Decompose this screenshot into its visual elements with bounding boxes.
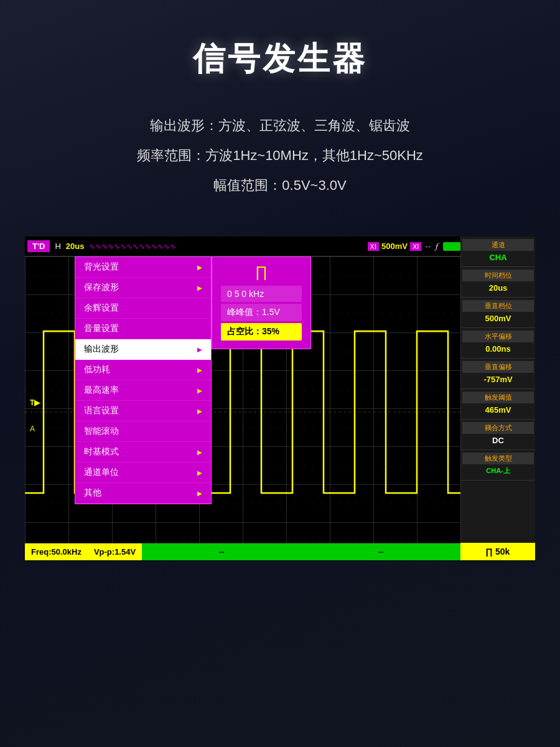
freq-display: Freq:50.0kHz (25, 543, 88, 560)
right-panel: 通道 CHA 时间档位 20us 垂直档位 500mV 水平偏移 0.00ns … (460, 237, 535, 560)
param-timebase: 时间档位 20us (461, 267, 535, 298)
menu-item-label: 通道单位 (84, 467, 119, 478)
menu-item-low-power[interactable]: 低功耗 ▶ (75, 360, 211, 380)
param-horiz-offset: 水平偏移 0.00ns (461, 328, 535, 359)
submenu: ∏ 0 5 0 kHz 峰峰值：1.5V 占空比：35% (212, 256, 311, 349)
menu-item-language[interactable]: 语言设置 ▶ (75, 401, 211, 421)
xi-label: XI (368, 242, 379, 251)
submenu-freq: 0 5 0 kHz (221, 286, 302, 302)
vert-label: 垂直档位 (462, 300, 534, 312)
menu-item-persistence[interactable]: 余辉设置 (75, 298, 211, 319)
time-value: 20us (489, 281, 508, 294)
menu-item-label: 背光设置 (84, 261, 119, 273)
menu-item-label: 最高速率 (84, 385, 119, 396)
param-trigger: 触发阈值 465mV (461, 389, 535, 420)
h-label: H (55, 242, 60, 251)
oscilloscope-bottombar: Freq:50.0kHz Vp-p:1.54V -- -- (25, 543, 460, 560)
vpp-display: Vp-p:1.54V (88, 543, 142, 560)
vert-offset-value: -757mV (483, 373, 512, 386)
timebase-label: 20us (66, 242, 85, 251)
dash2-display: -- (301, 543, 460, 560)
battery-icon (443, 242, 460, 251)
submenu-wave-icon: ∏ (221, 263, 302, 281)
param-coupling: 耦合方式 DC (461, 420, 535, 450)
param-vert-offset: 垂直偏移 -757mV (461, 359, 535, 389)
menu-item-label: 保存波形 (84, 282, 119, 293)
desc-line2: 频率范围：方波1Hz~10MHz，其他1Hz~50KHz (0, 142, 560, 169)
menu-item-label: 语言设置 (84, 405, 119, 416)
channel-value: CHA (489, 251, 506, 264)
xi2-label: XI (410, 242, 421, 251)
menu-item-backlight[interactable]: 背光设置 ▶ (75, 257, 211, 278)
desc-line1: 输出波形：方波、正弦波、三角波、锯齿波 (0, 112, 560, 139)
desc-line3: 幅值范围：0.5V~3.0V (0, 172, 560, 199)
wave-icon: ∿∿∿∿∿∿∿∿∿∿∿∿∿∿ (89, 242, 363, 251)
dash1-display: -- (142, 543, 301, 560)
oscilloscope-topbar: T'D H 20us ∿∿∿∿∿∿∿∿∿∿∿∿∿∿ XI 500mV XI --… (25, 237, 460, 256)
page-title: 信号发生器 (0, 37, 560, 81)
horiz-offset-value: 0.00ns (485, 342, 510, 355)
menu-arrow: ▶ (197, 408, 202, 415)
menu-arrow: ▶ (197, 490, 202, 497)
trig-type-value: CHA-上 (486, 464, 510, 477)
a-marker: A (30, 425, 35, 433)
coupling-value: DC (492, 434, 504, 447)
oscilloscope: T'D H 20us ∿∿∿∿∿∿∿∿∿∿∿∿∿∿ XI 500mV XI --… (25, 237, 535, 560)
wave-area: T'D H 20us ∿∿∿∿∿∿∿∿∿∿∿∿∿∿ XI 500mV XI --… (25, 237, 460, 560)
menu-arrow: ▶ (197, 387, 202, 394)
menu-item-label: 其他 (84, 487, 101, 499)
bottom-right-icon: ∏ 50k (460, 543, 535, 560)
menu-item-label: 输出波形 (84, 344, 119, 355)
menu-arrow: ▶ (197, 346, 202, 353)
param-vert: 垂直档位 500mV (461, 298, 535, 328)
t-marker: T▶ (30, 398, 40, 407)
trigger-value: 465mV (485, 403, 511, 416)
menu-item-label: 低功耗 (84, 364, 110, 375)
trigger-icon: 𝑓 (436, 241, 438, 251)
menu-item-label: 时基模式 (84, 446, 119, 458)
menu-item-save-wave[interactable]: 保存波形 ▶ (75, 278, 211, 298)
menu-item-output-wave[interactable]: 输出波形 ▶ (75, 339, 211, 360)
menu-item-label: 智能滚动 (84, 426, 119, 437)
voltage-label: 500mV (381, 242, 408, 251)
menu-arrow: ▶ (197, 284, 202, 291)
menu-item-timebase-mode[interactable]: 时基模式 ▶ (75, 442, 211, 463)
menu-item-label: 音量设置 (84, 323, 119, 334)
param-trig-type: 触发类型 CHA-上 (461, 450, 535, 481)
param-channel: 通道 CHA (461, 237, 535, 267)
horiz-offset-label: 水平偏移 (462, 331, 534, 342)
description-section: 输出波形：方波、正弦波、三角波、锯齿波 频率范围：方波1Hz~10MHz，其他1… (0, 112, 560, 199)
menu-arrow: ▶ (197, 264, 202, 271)
submenu-duty: 占空比：35% (221, 323, 302, 341)
menu-item-max-speed[interactable]: 最高速率 ▶ (75, 380, 211, 401)
menu-arrow: ▶ (197, 449, 202, 456)
channel-label: 通道 (462, 239, 534, 251)
menu-arrow: ▶ (197, 469, 202, 476)
menu-item-other[interactable]: 其他 ▶ (75, 483, 211, 504)
coupling-label: 耦合方式 (462, 422, 534, 434)
menu-item-smart-scroll[interactable]: 智能滚动 (75, 421, 211, 442)
context-menu[interactable]: 背光设置 ▶ 保存波形 ▶ 余辉设置 音量设置 输出波形 ▶ (75, 256, 212, 504)
menu-item-channel-unit[interactable]: 通道单位 ▶ (75, 463, 211, 483)
vert-offset-label: 垂直偏移 (462, 361, 534, 373)
td-label: T'D (27, 240, 50, 252)
menu-arrow: ▶ (197, 367, 202, 374)
submenu-vpp: 峰峰值：1.5V (221, 304, 302, 321)
dash-label: -- (425, 242, 431, 251)
trig-type-label: 触发类型 (462, 453, 534, 464)
menu-item-volume[interactable]: 音量设置 (75, 319, 211, 339)
menu-item-label: 余辉设置 (84, 303, 119, 314)
trigger-label: 触发阈值 (462, 392, 534, 403)
vert-value: 500mV (485, 312, 511, 325)
time-label: 时间档位 (462, 270, 534, 281)
